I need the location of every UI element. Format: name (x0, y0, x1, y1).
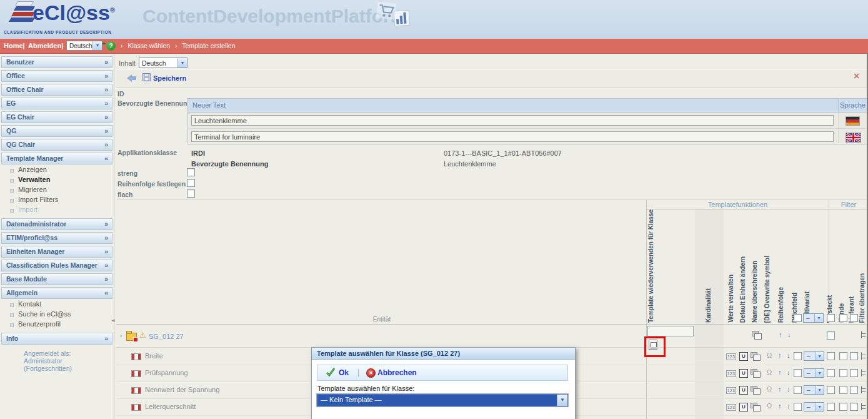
manage-values-icon[interactable]: 123 (726, 387, 736, 394)
overwrite-name-icon[interactable] (751, 386, 761, 394)
multivariat-select[interactable]: – ▾ (804, 351, 824, 361)
manage-values-icon[interactable]: 123 (726, 370, 736, 377)
ok-check-icon[interactable] (326, 367, 336, 377)
multivariat-select[interactable]: – ▾ (804, 368, 824, 378)
move-up-icon[interactable]: ↑ (778, 385, 782, 393)
cancel-button[interactable]: Abbrechen (377, 368, 417, 377)
multivariat-select[interactable]: – ▾ (804, 385, 824, 395)
kunde-checkbox[interactable] (839, 369, 847, 377)
ok-button[interactable]: Ok (339, 368, 349, 377)
overwrite-symbol-icon[interactable]: Ω (767, 402, 772, 410)
pflichtfeld-checkbox[interactable] (794, 386, 802, 394)
lieferant-checkbox[interactable] (850, 352, 858, 360)
move-up-icon[interactable]: ↑ (778, 402, 782, 410)
multivariat-value: – (807, 352, 811, 360)
overwrite-symbol-icon[interactable]: Ω (767, 351, 772, 359)
multivariat-select[interactable]: – ▾ (804, 402, 824, 411)
move-up-icon[interactable]: ↑ (778, 368, 782, 376)
move-down-icon[interactable]: ↓ (787, 402, 791, 410)
versteckt-checkbox[interactable] (827, 403, 835, 411)
versteckt-checkbox[interactable] (827, 369, 835, 377)
pflichtfeld-checkbox[interactable] (794, 352, 802, 360)
default-unit-icon[interactable]: U (739, 369, 748, 378)
move-up-icon[interactable]: ↑ (778, 351, 782, 359)
dialog-title[interactable]: Template auswählen für Klasse (SG_012 27… (312, 348, 575, 360)
cancel-icon[interactable]: ✕ (366, 368, 376, 378)
kunde-checkbox[interactable] (839, 386, 847, 394)
app-window: eCl@ss® CLASSIFICATION AND PRODUCT DESCR… (0, 0, 868, 419)
manage-values-icon[interactable]: 123 (726, 353, 736, 360)
template-select-dropdown[interactable]: — Kein Template — ▾ (317, 394, 568, 406)
pflichtfeld-checkbox[interactable] (794, 369, 802, 377)
kunde-checkbox[interactable] (839, 352, 847, 360)
property-name-link[interactable]: Nennwert der Spannung (145, 386, 219, 393)
annotation-highlight-box (644, 336, 666, 357)
lieferant-checkbox[interactable] (850, 369, 858, 377)
default-unit-icon[interactable]: U (739, 352, 748, 361)
property-name-link[interactable]: Breite (145, 352, 163, 360)
pflichtfeld-checkbox[interactable] (794, 403, 802, 411)
manage-values-icon[interactable]: 123 (726, 404, 736, 411)
attribute-icon (131, 353, 141, 360)
overwrite-symbol-icon[interactable]: Ω (767, 368, 772, 376)
chevron-down-icon[interactable]: ▾ (815, 352, 824, 360)
attribute-icon (131, 387, 141, 394)
chevron-down-icon[interactable]: ▾ (557, 395, 567, 406)
default-unit-icon[interactable]: U (739, 403, 748, 411)
kunde-checkbox[interactable] (839, 403, 847, 411)
move-down-icon[interactable]: ↓ (787, 351, 791, 359)
multivariat-value: – (807, 386, 811, 394)
overwrite-name-icon[interactable] (751, 369, 761, 377)
chevron-down-icon[interactable]: ▾ (815, 403, 824, 411)
dialog-select-label: Template auswählen für Klasse: (317, 385, 414, 392)
overwrite-symbol-icon[interactable]: Ω (767, 385, 772, 393)
overwrite-name-icon[interactable] (751, 403, 761, 411)
multivariat-value: – (807, 369, 811, 377)
chevron-down-icon[interactable]: ▾ (815, 369, 824, 377)
property-name-link[interactable]: Leiterquerschnitt (145, 403, 196, 410)
move-down-icon[interactable]: ↓ (787, 385, 791, 393)
dialog-toolbar: Ok | ✕ Abbrechen (317, 365, 568, 381)
attribute-icon (131, 404, 141, 411)
versteckt-checkbox[interactable] (827, 352, 835, 360)
lieferant-checkbox[interactable] (850, 403, 858, 411)
multivariat-value: – (807, 403, 811, 411)
attribute-icon (131, 370, 141, 377)
default-unit-icon[interactable]: U (739, 386, 748, 395)
divider: | (357, 368, 359, 376)
template-select-dialog: Template auswählen für Klasse (SG_012 27… (311, 347, 576, 419)
property-name-link[interactable]: Prüfspannung (145, 369, 188, 376)
chevron-down-icon[interactable]: ▾ (815, 386, 824, 394)
selected-template-value: — Kein Template — (321, 395, 382, 405)
versteckt-checkbox[interactable] (827, 386, 835, 394)
overwrite-name-icon[interactable] (751, 352, 761, 360)
lieferant-checkbox[interactable] (850, 386, 858, 394)
move-down-icon[interactable]: ↓ (787, 368, 791, 376)
